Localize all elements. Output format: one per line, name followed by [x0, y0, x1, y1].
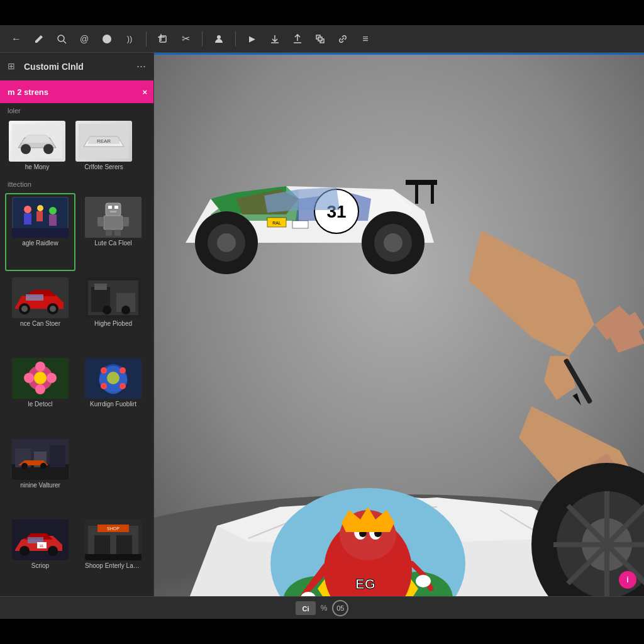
- svg-point-46: [121, 306, 130, 314]
- grid-item-thumb-2: REAR: [75, 121, 132, 162]
- layer-button[interactable]: [311, 30, 329, 48]
- svg-rect-9: [318, 37, 322, 41]
- svg-point-11: [21, 144, 31, 154]
- svg-point-59: [119, 367, 126, 374]
- main-content: ⊞ Customi Clnld ··· m 2 strens × loler: [0, 53, 644, 596]
- grid-item-label-4: Lute Ca Floel: [85, 240, 142, 247]
- svg-rect-97: [292, 221, 308, 228]
- sound-tool[interactable]: )): [121, 30, 138, 48]
- grid-item-label-2: Crlfote Serers: [75, 164, 132, 170]
- crop-tool[interactable]: [154, 30, 172, 48]
- bottom-logo[interactable]: Ci: [296, 601, 316, 615]
- grid-item-label-7: le Detocl: [12, 401, 69, 408]
- svg-text:31: 31: [40, 544, 44, 548]
- grid-item-thumb-9: [12, 439, 69, 480]
- svg-rect-47: [94, 284, 107, 290]
- svg-rect-21: [36, 211, 43, 221]
- sidebar-logo-icon: ⊞: [8, 61, 19, 72]
- svg-rect-32: [123, 217, 129, 226]
- svg-point-37: [21, 306, 28, 312]
- percent-symbol: %: [321, 604, 328, 613]
- back-button[interactable]: ←: [8, 30, 25, 48]
- grid-item-5[interactable]: nce Can Stoer: [5, 274, 75, 352]
- grid-item-thumb-4: [85, 197, 142, 238]
- svg-rect-24: [12, 228, 69, 238]
- svg-point-67: [21, 463, 28, 469]
- grid-item-7[interactable]: le Detocl: [5, 354, 75, 432]
- svg-rect-92: [406, 180, 437, 185]
- svg-rect-40: [26, 294, 43, 301]
- svg-line-1: [64, 41, 66, 43]
- grid-item-6[interactable]: Highe Piobed: [78, 274, 148, 352]
- svg-rect-27: [108, 206, 112, 209]
- svg-point-112: [416, 575, 431, 587]
- svg-point-20: [37, 205, 43, 211]
- sidebar-section-2-label: ittection: [0, 177, 153, 191]
- svg-text:EG: EG: [355, 576, 375, 592]
- circle-number-badge[interactable]: 05: [332, 600, 348, 616]
- link-button[interactable]: [334, 30, 352, 48]
- sidebar-tab-close[interactable]: ×: [142, 87, 147, 97]
- grid-item-8[interactable]: Kurrdign Fuoblirt: [78, 354, 148, 432]
- svg-point-68: [40, 463, 47, 469]
- grid-item-10[interactable]: 31 Scriop: [5, 516, 75, 594]
- svg-point-12: [43, 144, 53, 154]
- at-symbol[interactable]: @: [75, 30, 93, 48]
- sidebar-title: Customi Clnld: [24, 62, 131, 72]
- toolbar: ← @ )) ✂ ▶ ≡: [0, 25, 644, 53]
- svg-rect-79: [85, 554, 142, 560]
- separator-2: [202, 31, 203, 47]
- svg-rect-23: [49, 214, 57, 226]
- grid-item-1[interactable]: he Mony: [5, 117, 69, 174]
- svg-point-39: [50, 306, 56, 312]
- cut-tool[interactable]: ✂: [177, 30, 194, 48]
- grid-item-thumb-7: [12, 358, 69, 399]
- sidebar-header: ⊞ Customi Clnld ···: [0, 53, 153, 80]
- share-button[interactable]: [289, 30, 306, 48]
- circle-tool[interactable]: [98, 30, 116, 48]
- grid-item-label-1: he Mony: [9, 164, 65, 170]
- sidebar-section-2-grid: agle Raidlew: [0, 191, 153, 596]
- sidebar-section-1-label: loler: [0, 103, 153, 117]
- pencil-tool[interactable]: [30, 30, 48, 48]
- grid-item-2[interactable]: REAR Crlfote Serers: [72, 117, 136, 174]
- grid-item-label-3: agle Raidlew: [12, 240, 69, 247]
- sidebar-section-1-items: he Mony REAR Crlfote Serers: [0, 117, 153, 177]
- grid-item-label-6: Highe Piobed: [85, 320, 142, 327]
- grid-item-label-10: Scriop: [12, 562, 69, 569]
- grid-item-thumb-10: 31: [12, 519, 69, 560]
- bottom-black-bar: [0, 619, 644, 644]
- bottom-logo-icon: Ci: [296, 601, 316, 615]
- svg-point-22: [49, 207, 57, 214]
- grid-item-4[interactable]: Lute Ca Floel: [78, 193, 148, 271]
- grid-item-11[interactable]: SHOP Shoop Enterly Lamrls: [78, 516, 148, 594]
- separator-3: [235, 31, 236, 47]
- grid-item-thumb-1: [9, 121, 65, 162]
- person-tool[interactable]: [210, 30, 228, 48]
- grid-item-thumb-3: [12, 197, 69, 238]
- canvas-scene-svg: 31 RAL: [154, 53, 644, 596]
- svg-point-2: [103, 35, 111, 43]
- sidebar-active-tab[interactable]: m 2 strens ×: [0, 80, 153, 103]
- svg-text:Ci: Ci: [302, 605, 309, 613]
- svg-point-50: [35, 362, 45, 372]
- notification-badge[interactable]: i: [619, 571, 636, 589]
- download-button[interactable]: [266, 30, 284, 48]
- grid-item-9[interactable]: ninine Valturer: [5, 435, 75, 513]
- menu-button[interactable]: ≡: [357, 30, 374, 48]
- svg-point-6: [217, 35, 221, 39]
- svg-rect-66: [50, 445, 65, 467]
- svg-point-53: [47, 373, 57, 383]
- grid-item-3[interactable]: agle Raidlew: [5, 193, 75, 271]
- play-button[interactable]: ▶: [243, 30, 261, 48]
- search-tool[interactable]: [53, 30, 70, 48]
- sidebar-menu-icon[interactable]: ···: [136, 60, 146, 73]
- grid-item-thumb-8: [85, 358, 142, 399]
- svg-rect-94: [431, 185, 434, 204]
- svg-point-88: [217, 233, 236, 252]
- svg-point-18: [24, 206, 31, 213]
- svg-point-54: [34, 372, 47, 384]
- svg-point-0: [58, 35, 64, 42]
- svg-point-60: [119, 383, 126, 389]
- svg-rect-19: [24, 213, 31, 225]
